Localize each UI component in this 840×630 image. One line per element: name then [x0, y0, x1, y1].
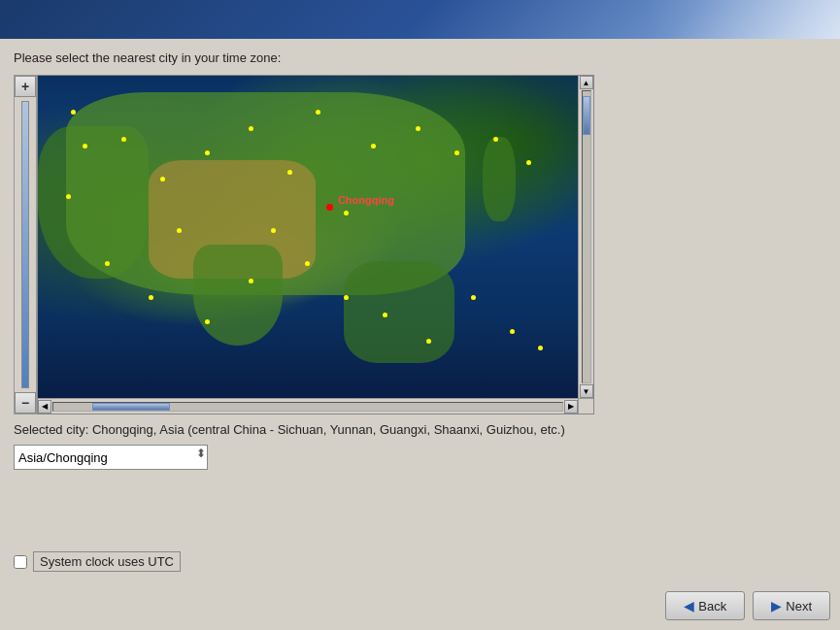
map-wrapper: + −	[14, 75, 594, 414]
scroll-right-button[interactable]: ▶	[564, 400, 578, 414]
scroll-up-button[interactable]: ▲	[580, 76, 593, 89]
scroll-thumb-horizontal[interactable]	[92, 403, 170, 411]
timezone-select[interactable]: Asia/Chongqing Asia/Shanghai Asia/Tokyo …	[14, 445, 208, 470]
zoom-slider-track[interactable]	[21, 101, 29, 388]
scroll-thumb-vertical[interactable]	[583, 96, 590, 135]
utc-checkbox[interactable]	[14, 555, 27, 569]
button-bar: ◀ Back ▶ Next	[665, 591, 830, 620]
back-button[interactable]: ◀ Back	[665, 591, 745, 620]
top-bar	[0, 0, 840, 39]
scroll-left-button[interactable]: ◀	[38, 400, 51, 414]
scroll-down-button[interactable]: ▼	[580, 384, 593, 398]
back-icon: ◀	[684, 598, 694, 613]
next-icon: ▶	[771, 598, 782, 613]
selected-city-info: Selected city: Chongqing, Asia (central …	[14, 422, 826, 437]
next-label: Next	[786, 599, 812, 613]
scrollbar-vertical[interactable]: ▲ ▼	[578, 76, 593, 398]
zoom-in-button[interactable]: +	[15, 76, 36, 97]
instruction-text: Please select the nearest city in your t…	[14, 50, 826, 65]
zoom-out-button[interactable]: −	[15, 392, 36, 414]
scrollbar-horizontal[interactable]: ◀ ▶	[38, 398, 578, 414]
selected-city-label: Chongqing	[338, 194, 394, 206]
next-button[interactable]: ▶ Next	[753, 591, 830, 620]
zoom-controls: + −	[14, 75, 37, 414]
utc-label[interactable]: System clock uses UTC	[33, 551, 181, 572]
map-scroll-area[interactable]: Chongqing ▲ ▼ ◀ ▶	[37, 75, 594, 414]
map-image: Chongqing	[38, 76, 593, 414]
scroll-corner	[578, 398, 593, 414]
back-label: Back	[698, 599, 726, 613]
